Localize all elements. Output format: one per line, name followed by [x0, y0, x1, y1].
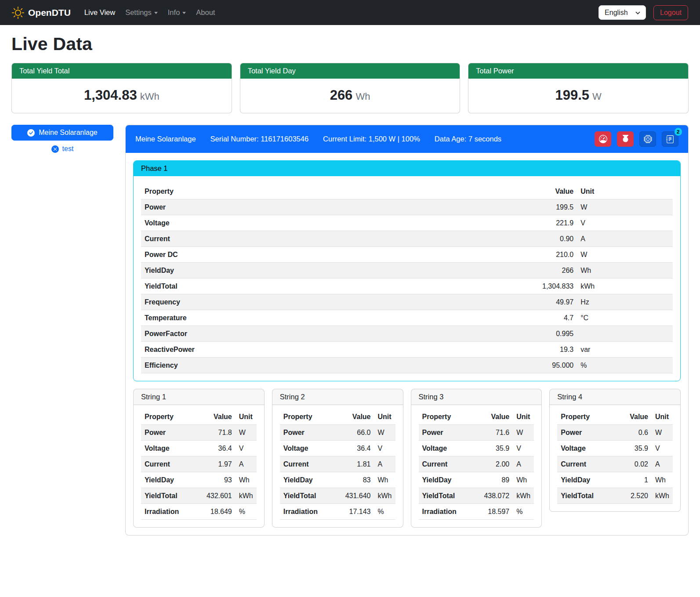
table-row: YieldDay 89 Wh	[419, 472, 534, 488]
unit-cell: %	[577, 358, 673, 373]
table-row: Power 71.6 W	[419, 425, 534, 441]
column-header-property: Property	[141, 184, 402, 199]
property-cell: Voltage	[141, 215, 402, 231]
inverter-name: Meine Solaranlage	[135, 135, 196, 143]
table-row: Voltage 36.4 V	[280, 441, 395, 456]
table-row: Voltage 221.9 V	[141, 215, 673, 231]
navbar-right: English Logout	[598, 5, 688, 20]
value-cell: 19.3	[402, 342, 577, 358]
string-title: String 3	[411, 389, 542, 405]
table-row: Voltage 35.9 V	[557, 441, 673, 456]
table-row: YieldDay 93 Wh	[141, 472, 257, 488]
value-cell: 0.6	[615, 425, 652, 441]
table-row: Power 66.0 W	[280, 425, 395, 441]
unit-cell	[577, 326, 673, 342]
card-unit: W	[592, 91, 602, 102]
value-cell: 1.97	[194, 456, 235, 472]
x-circle-icon	[51, 145, 59, 153]
sidebar-inverter-selected[interactable]: Meine Solaranlage	[11, 125, 113, 141]
phase1-table: Property Value Unit Power 199.5 W	[141, 184, 673, 373]
property-cell: Voltage	[141, 441, 194, 456]
value-cell: 4.7	[402, 310, 577, 326]
string-title: String 1	[134, 389, 264, 405]
table-row: YieldTotal 1,304.833 kWh	[141, 279, 673, 294]
nav-item-about[interactable]: About	[192, 5, 219, 20]
nav-item-settings[interactable]: Settings	[121, 5, 162, 20]
table-row: YieldDay 1 Wh	[557, 472, 673, 488]
value-cell: 432.601	[194, 488, 235, 504]
property-cell: YieldDay	[419, 472, 472, 488]
property-cell: Power	[280, 425, 333, 441]
value-cell: 1	[615, 472, 652, 488]
card-value: 1,304.83	[84, 87, 137, 103]
limit-settings-button[interactable]	[595, 131, 611, 147]
table-row: Power 0.6 W	[557, 425, 673, 441]
brand-name: OpenDTU	[28, 7, 71, 18]
card-title: Total Yield Day	[240, 63, 460, 79]
table-row: Power 71.8 W	[141, 425, 257, 441]
value-cell: 95.000	[402, 358, 577, 373]
nav-item-info[interactable]: Info	[164, 5, 190, 20]
unit-cell: W	[236, 425, 257, 441]
property-cell: ReactivePower	[141, 342, 402, 358]
unit-cell: kWh	[513, 488, 534, 504]
unit-cell: var	[577, 342, 673, 358]
event-log-button[interactable]: 2	[662, 131, 678, 147]
value-cell: 83	[333, 472, 374, 488]
property-cell: YieldDay	[557, 472, 615, 488]
string-card-3: String 3 Property Value Unit	[411, 389, 542, 528]
unit-cell: W	[374, 425, 395, 441]
power-settings-button[interactable]	[617, 131, 634, 147]
property-cell: Irradiation	[419, 504, 472, 520]
column-header-property: Property	[557, 409, 615, 425]
table-header-row: Property Value Unit	[141, 184, 673, 199]
value-cell: 18.649	[194, 504, 235, 520]
property-cell: Current	[141, 456, 194, 472]
value-cell: 36.4	[333, 441, 374, 456]
table-row: Power 199.5 W	[141, 199, 673, 215]
summary-cards-row: Total Yield Total 1,304.83kWh Total Yiel…	[11, 63, 689, 113]
inverter-header: Meine Solaranlage Serial Number: 1161716…	[126, 125, 688, 153]
table-row: YieldTotal 438.072 kWh	[419, 488, 534, 504]
unit-cell: W	[652, 425, 673, 441]
nav-item-live-view[interactable]: Live View	[80, 5, 119, 20]
column-header-value: Value	[194, 409, 235, 425]
value-cell: 71.8	[194, 425, 235, 441]
table-row: Irradiation 18.597 %	[419, 504, 534, 520]
value-cell: 0.90	[402, 231, 577, 247]
table-row: ReactivePower 19.3 var	[141, 342, 673, 358]
property-cell: Frequency	[141, 294, 402, 310]
property-cell: YieldTotal	[280, 488, 333, 504]
value-cell: 35.9	[472, 441, 513, 456]
summary-card-total-power: Total Power 199.5W	[468, 63, 689, 113]
value-cell: 36.4	[194, 441, 235, 456]
property-cell: YieldDay	[141, 263, 402, 279]
property-cell: YieldTotal	[141, 279, 402, 294]
brand[interactable]: OpenDTU	[12, 7, 71, 19]
string1-table: Property Value Unit Power 71.8 W	[141, 409, 257, 520]
table-row: PowerFactor 0.995	[141, 326, 673, 342]
property-cell: Current	[419, 456, 472, 472]
device-info-button[interactable]	[639, 131, 656, 147]
column-header-unit: Unit	[236, 409, 257, 425]
unit-cell: A	[513, 456, 534, 472]
table-row: YieldDay 266 Wh	[141, 263, 673, 279]
logout-button[interactable]: Logout	[653, 5, 688, 20]
value-cell: 431.640	[333, 488, 374, 504]
unit-cell: %	[513, 504, 534, 520]
column-header-unit: Unit	[513, 409, 534, 425]
language-select[interactable]: English	[598, 5, 646, 20]
unit-cell: Wh	[374, 472, 395, 488]
property-cell: Power	[419, 425, 472, 441]
value-cell: 71.6	[472, 425, 513, 441]
sidebar-inverter-test[interactable]: test	[11, 141, 113, 157]
value-cell: 49.97	[402, 294, 577, 310]
unit-cell: Hz	[577, 294, 673, 310]
unit-cell: W	[577, 247, 673, 263]
navbar: OpenDTU Live View Settings Info About En…	[0, 0, 700, 25]
value-cell: 93	[194, 472, 235, 488]
unit-cell: V	[513, 441, 534, 456]
event-count-badge: 2	[675, 128, 682, 136]
property-cell: Power	[557, 425, 615, 441]
string-title: String 2	[272, 389, 403, 405]
